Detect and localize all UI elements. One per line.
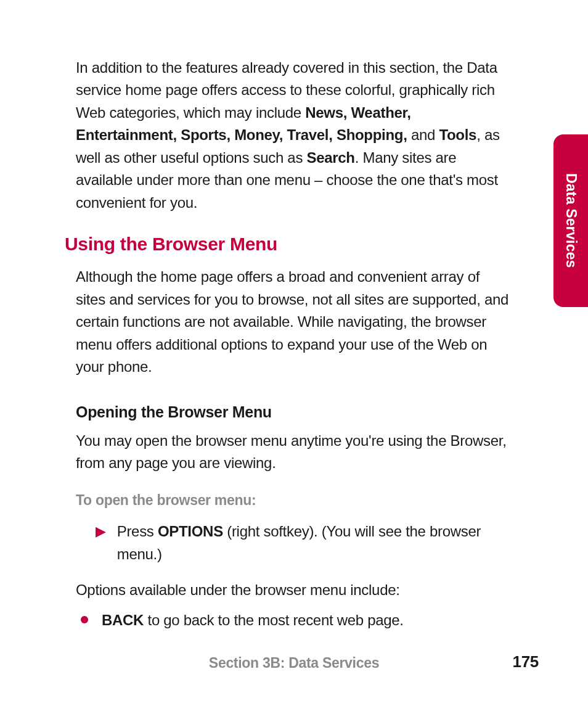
paragraph-3: You may open the browser menu anytime yo… bbox=[65, 430, 512, 475]
round-bullet-icon bbox=[81, 616, 88, 623]
options-line: Options available under the browser menu… bbox=[65, 579, 512, 601]
section-heading: Using the Browser Menu bbox=[65, 234, 512, 255]
intro-paragraph: In addition to the features already cove… bbox=[65, 57, 512, 214]
page-content: In addition to the features already cove… bbox=[65, 57, 512, 632]
footer-section-label: Section 3B: Data Services bbox=[209, 655, 379, 671]
step-text: Press OPTIONS (right softkey). (You will… bbox=[117, 520, 512, 565]
manual-page: In addition to the features already cove… bbox=[0, 0, 588, 706]
side-tab-label: Data Services bbox=[563, 173, 579, 268]
triangle-bullet-icon: ▶ bbox=[96, 521, 106, 542]
instruction-heading: To open the browser menu: bbox=[65, 492, 512, 509]
bullet-bold: BACK bbox=[102, 612, 144, 628]
intro-pre: In addition to the features already cove… bbox=[76, 59, 497, 121]
step-pre: Press bbox=[117, 523, 158, 540]
bullet-row: BACK to go back to the most recent web p… bbox=[65, 609, 512, 631]
intro-mid-1: and bbox=[407, 126, 439, 143]
paragraph-2: Although the home page offers a broad an… bbox=[65, 266, 512, 378]
intro-bold-2: Tools bbox=[439, 126, 476, 143]
footer: Section 3B: Data Services bbox=[0, 655, 588, 671]
step-row: ▶ Press OPTIONS (right softkey). (You wi… bbox=[65, 520, 512, 565]
bullet-text: BACK to go back to the most recent web p… bbox=[102, 609, 404, 631]
intro-bold-3: Search bbox=[306, 149, 354, 166]
sub-heading: Opening the Browser Menu bbox=[65, 403, 512, 421]
step-bold: OPTIONS bbox=[158, 523, 223, 540]
side-tab: Data Services bbox=[553, 134, 588, 307]
page-number: 175 bbox=[513, 652, 539, 671]
bullet-post: to go back to the most recent web page. bbox=[144, 612, 404, 628]
